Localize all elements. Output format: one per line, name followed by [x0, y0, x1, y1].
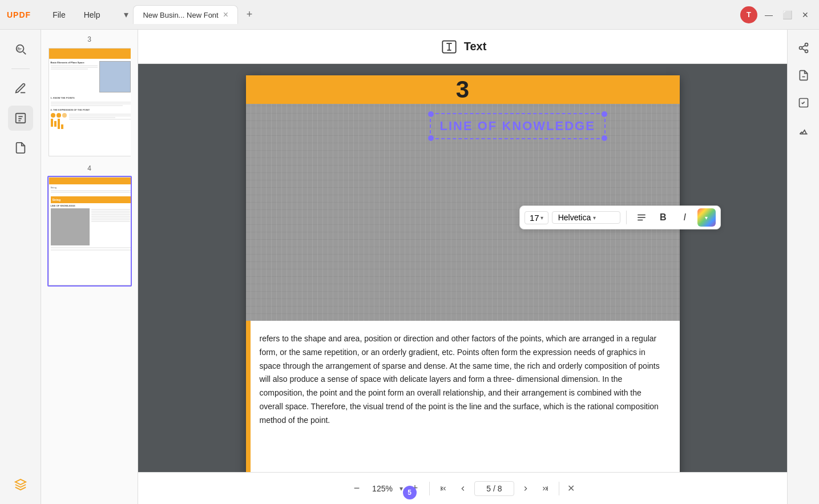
- svg-rect-3: [17, 49, 21, 49]
- color-picker-btn[interactable]: ▾: [697, 208, 716, 227]
- page-body-text: refers to the shape and area, position o…: [246, 321, 680, 439]
- page-header-bar: 3: [246, 75, 680, 104]
- page-group-4: 4 String String LINE OF KNOWLEDGE: [46, 164, 133, 287]
- maximize-btn[interactable]: ⬜: [780, 8, 794, 22]
- font-name-control[interactable]: Helvetica ▾: [552, 211, 620, 224]
- user-avatar[interactable]: T: [740, 6, 757, 23]
- align-btn[interactable]: [632, 208, 651, 227]
- svg-rect-4: [17, 50, 21, 50]
- nav-first-btn[interactable]: [435, 481, 451, 497]
- tab-close-btn[interactable]: ×: [223, 10, 228, 19]
- close-btn[interactable]: ✕: [798, 8, 812, 22]
- close-search-btn[interactable]: ✕: [565, 481, 577, 496]
- page-section-number: 3: [456, 76, 469, 103]
- sign-icon[interactable]: [792, 119, 815, 142]
- menu-file[interactable]: File: [45, 7, 74, 23]
- ocr-icon[interactable]: [792, 91, 815, 114]
- pdf-viewport[interactable]: 17 ▾ Helvetica ▾ B I: [138, 64, 787, 472]
- handle-br: [602, 135, 607, 141]
- annotate-icon[interactable]: [8, 76, 33, 101]
- toolbar-divider-1: [626, 211, 627, 224]
- font-size-value: 17: [530, 213, 539, 223]
- menu-bar: File Help: [45, 7, 108, 23]
- selected-text-content: LINE OF KNOWLEDGE: [440, 119, 595, 134]
- window-controls: T — ⬜ ✕: [740, 6, 812, 23]
- svg-point-16: [805, 43, 808, 46]
- edit-icon[interactable]: [8, 106, 33, 131]
- page-indicator: 5 / 8: [474, 481, 514, 496]
- share-icon[interactable]: [792, 37, 815, 59]
- zoom-out-btn[interactable]: −: [348, 480, 365, 497]
- pdf-page: 3 LINE OF KNOWLEDGE refers to the sh: [246, 75, 680, 472]
- pdf-convert-icon[interactable]: [792, 64, 815, 87]
- page-group-3: 3 Basic Elements of Plane Space 1. KNOW …: [46, 35, 133, 158]
- handle-tl: [428, 111, 434, 117]
- thumbnail-panel: 3 Basic Elements of Plane Space 1. KNOW …: [41, 30, 138, 504]
- svg-point-17: [799, 47, 802, 50]
- search-icon[interactable]: [8, 37, 33, 62]
- color-chevron-icon: ▾: [705, 215, 708, 221]
- text-tool-icon: [439, 37, 459, 57]
- right-sidebar: [787, 30, 819, 504]
- app-logo: UPDF: [7, 10, 31, 19]
- thumb-img-4: String String LINE OF KNOWLEDGE: [49, 177, 132, 285]
- svg-line-20: [802, 45, 805, 47]
- page-num-4: 4: [87, 164, 91, 172]
- content-area: Text 17 ▾ Helvetica ▾: [138, 30, 787, 504]
- nav-next-btn[interactable]: [518, 481, 534, 497]
- tab-bar: ▾ New Busin... New Font × +: [119, 5, 736, 24]
- page-sep: /: [493, 484, 495, 493]
- toolbar-title-section: Text: [439, 37, 487, 57]
- layers-icon[interactable]: [8, 472, 33, 497]
- tab-dropdown[interactable]: ▾: [119, 8, 133, 22]
- left-sidebar: [0, 30, 41, 504]
- thumb-page-3[interactable]: Basic Elements of Plane Space 1. KNOW TH…: [47, 47, 132, 158]
- sidebar-divider: [11, 68, 30, 69]
- svg-line-1: [23, 52, 26, 55]
- toolbar-title: Text: [464, 40, 487, 53]
- text-editing-toolbar: 17 ▾ Helvetica ▾ B I: [519, 205, 721, 229]
- font-size-dropdown[interactable]: ▾: [540, 215, 543, 221]
- handle-tr: [602, 111, 607, 117]
- handle-bl: [428, 135, 434, 141]
- selected-text-box[interactable]: LINE OF KNOWLEDGE: [430, 113, 606, 139]
- thumb-page-4[interactable]: String String LINE OF KNOWLEDGE: [47, 176, 132, 287]
- top-toolbar: Text: [138, 30, 787, 64]
- bottom-divider-1: [429, 482, 430, 495]
- bold-btn[interactable]: B: [654, 208, 672, 227]
- nav-last-btn[interactable]: [537, 481, 553, 497]
- main-area: 3 Basic Elements of Plane Space 1. KNOW …: [0, 30, 819, 504]
- svg-point-0: [16, 45, 23, 53]
- current-page: 5: [486, 484, 491, 493]
- page-num-3: 3: [87, 35, 91, 43]
- zoom-value: 125%: [369, 484, 396, 493]
- thumb-img-3: Basic Elements of Plane Space 1. KNOW TH…: [49, 48, 132, 156]
- italic-btn[interactable]: I: [676, 208, 694, 227]
- minimize-btn[interactable]: —: [762, 8, 776, 22]
- total-pages: 8: [498, 484, 502, 493]
- svg-marker-9: [15, 479, 25, 485]
- nav-prev-btn[interactable]: [455, 481, 471, 497]
- tab-label: New Busin... New Font: [143, 11, 218, 19]
- pages-icon[interactable]: [8, 135, 33, 160]
- bottom-divider-2: [559, 482, 559, 495]
- bottom-bar: − 125% ▾ + 5 / 8: [138, 472, 787, 504]
- svg-line-19: [802, 49, 805, 50]
- font-name-value: Helvetica: [558, 213, 591, 222]
- menu-help[interactable]: Help: [76, 7, 108, 23]
- svg-point-18: [805, 50, 808, 53]
- font-size-control[interactable]: 17 ▾: [525, 211, 548, 224]
- new-tab-btn[interactable]: +: [241, 7, 257, 23]
- titlebar: UPDF File Help ▾ New Busin... New Font ×…: [0, 0, 819, 30]
- active-tab[interactable]: New Busin... New Font ×: [133, 5, 238, 24]
- svg-rect-2: [17, 47, 19, 48]
- font-name-dropdown-icon[interactable]: ▾: [593, 215, 596, 221]
